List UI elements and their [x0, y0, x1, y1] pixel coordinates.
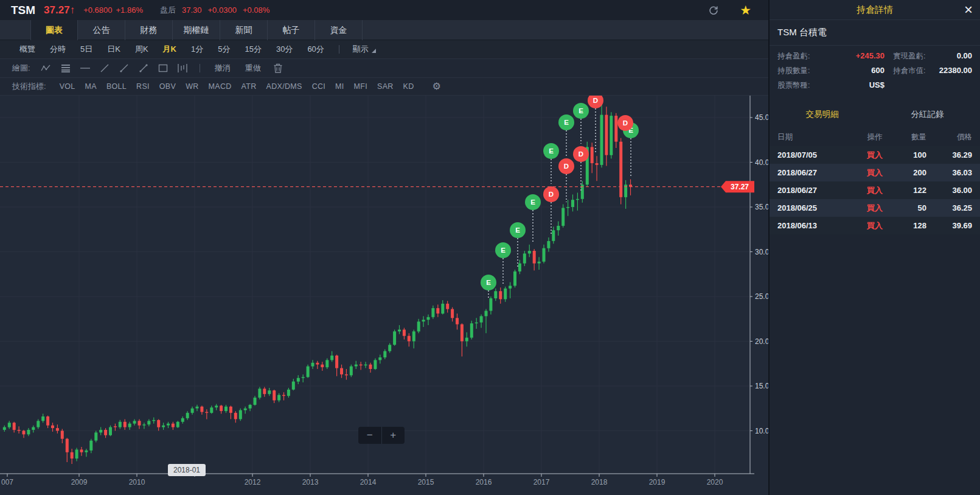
- trash-icon[interactable]: [268, 61, 288, 75]
- table-row[interactable]: 2018/06/13買入12839.69: [770, 217, 980, 234]
- after-hours-change: +0.0300: [208, 5, 237, 15]
- indicator-vol[interactable]: VOL: [60, 82, 75, 91]
- period-tab-60分[interactable]: 60分: [307, 44, 324, 55]
- period-tab-5分[interactable]: 5分: [218, 44, 230, 55]
- svg-text:35.00: 35.00: [755, 203, 768, 211]
- column-header: 操作: [857, 132, 893, 142]
- stat-value: +245.30: [856, 51, 884, 61]
- main-tab-公告[interactable]: 公告: [78, 20, 125, 40]
- svg-text:E: E: [515, 226, 520, 234]
- stat-label: 持股數量:: [777, 66, 810, 76]
- svg-text:2016: 2016: [476, 478, 492, 486]
- indicator-wr[interactable]: WR: [186, 82, 198, 91]
- trade-action: 買入: [857, 167, 893, 178]
- measure-tool-icon[interactable]: [173, 61, 192, 75]
- trade-action: 買入: [857, 203, 893, 214]
- display-options-button[interactable]: 顯示: [353, 44, 376, 55]
- period-tab-15分[interactable]: 15分: [245, 44, 261, 55]
- divider: [339, 45, 339, 54]
- panel-tab-交易明細[interactable]: 交易明細: [770, 105, 875, 124]
- ray-line-tool-icon[interactable]: [114, 61, 134, 75]
- display-label: 顯示: [353, 44, 369, 55]
- main-tab-財務[interactable]: 財務: [125, 20, 173, 40]
- segment-line-tool-icon[interactable]: [134, 61, 153, 75]
- panel-header: 持倉詳情 ×: [770, 0, 980, 20]
- period-tab-概覽[interactable]: 概覽: [19, 44, 35, 55]
- quote-actions: ★: [708, 0, 751, 20]
- indicator-obv[interactable]: OBV: [159, 82, 176, 91]
- fib-lines-tool-icon[interactable]: [56, 61, 75, 75]
- indicator-atr[interactable]: ATR: [242, 82, 257, 91]
- indicator-rsi[interactable]: RSI: [136, 82, 150, 91]
- main-tab-帖子[interactable]: 帖子: [268, 20, 315, 40]
- favorite-star-icon[interactable]: ★: [740, 4, 751, 16]
- main-tab-新聞[interactable]: 新聞: [220, 20, 268, 40]
- period-tab-周K[interactable]: 周K: [135, 44, 148, 55]
- svg-text:2012: 2012: [245, 478, 261, 486]
- horizontal-line-tool-icon[interactable]: [75, 61, 95, 75]
- period-tab-1分[interactable]: 1分: [191, 44, 203, 55]
- stock-price: 37.27↑: [44, 4, 75, 16]
- stat-value: 0.00: [957, 51, 972, 61]
- svg-text:D: D: [579, 150, 583, 158]
- close-icon[interactable]: ×: [964, 1, 973, 18]
- trend-line-tool-icon[interactable]: [95, 61, 114, 75]
- svg-text:2018: 2018: [591, 478, 608, 486]
- stat-value: 600: [871, 66, 884, 76]
- period-tab-分時[interactable]: 分時: [50, 44, 66, 55]
- period-tab-月K[interactable]: 月K: [163, 44, 176, 55]
- trading-app: TSM 37.27↑ +0.6800 +1.86% 盘后 37.30 +0.03…: [0, 0, 980, 495]
- indicator-sar[interactable]: SAR: [377, 82, 394, 91]
- indicator-adx-dms[interactable]: ADX/DMS: [266, 82, 302, 91]
- indicator-cci[interactable]: CCI: [312, 82, 325, 91]
- main-tab-圖表[interactable]: 圖表: [30, 20, 78, 40]
- main-tab-期權鏈[interactable]: 期權鏈: [173, 20, 220, 40]
- trade-action: 買入: [857, 150, 893, 161]
- zoom-out-button[interactable]: −: [358, 427, 382, 444]
- price-change-pct: +1.86%: [116, 5, 143, 15]
- svg-text:E: E: [564, 119, 569, 126]
- redo-button[interactable]: 重做: [245, 63, 261, 74]
- svg-text:2010: 2010: [129, 478, 145, 486]
- trade-table: 日期操作數量價格 2018/07/05買入10036.292018/06/27買…: [770, 128, 980, 234]
- panel-tab-分紅記錄[interactable]: 分紅記錄: [875, 105, 980, 124]
- trade-price: 36.25: [926, 203, 972, 212]
- period-tab-日K[interactable]: 日K: [107, 44, 120, 55]
- indicator-mi[interactable]: MI: [335, 82, 344, 91]
- svg-text:10.00: 10.00: [755, 427, 768, 435]
- undo-button[interactable]: 撤消: [215, 63, 231, 74]
- svg-text:2015: 2015: [418, 478, 434, 486]
- divider: [200, 64, 200, 72]
- svg-text:45.00: 45.00: [755, 113, 768, 122]
- table-row[interactable]: 2018/07/05買入10036.29: [770, 146, 980, 164]
- trade-date: 2018/06/27: [777, 168, 857, 177]
- zigzag-tool-icon[interactable]: [36, 61, 56, 75]
- stat-label: 持倉市值:: [893, 66, 925, 76]
- refresh-icon[interactable]: [708, 5, 719, 16]
- stat-value: 22380.00: [939, 66, 972, 76]
- drawing-toolbar: 繪圖:撤消重做: [0, 59, 768, 78]
- gear-icon[interactable]: ⚙: [433, 82, 441, 91]
- trade-price: 39.69: [926, 221, 972, 230]
- table-row[interactable]: 2018/06/25買入5036.25: [770, 199, 980, 217]
- trade-qty: 122: [893, 186, 926, 195]
- period-tab-5日[interactable]: 5日: [80, 44, 92, 55]
- table-body: 2018/07/05買入10036.292018/06/27買入20036.03…: [770, 146, 980, 234]
- trade-qty: 200: [893, 168, 926, 177]
- indicator-kd[interactable]: KD: [403, 82, 414, 91]
- indicator-boll[interactable]: BOLL: [106, 82, 127, 91]
- after-hours-price: 37.30: [182, 5, 202, 15]
- table-row[interactable]: 2018/06/27買入20036.03: [770, 164, 980, 181]
- stat-label: 持倉盈虧:: [777, 51, 810, 61]
- triangle-icon: [372, 49, 376, 53]
- svg-text:007: 007: [1, 478, 13, 486]
- zoom-in-button[interactable]: +: [382, 427, 405, 444]
- indicator-macd[interactable]: MACD: [209, 82, 232, 91]
- main-tab-資金[interactable]: 資金: [315, 20, 363, 40]
- indicator-mfi[interactable]: MFI: [354, 82, 367, 91]
- table-row[interactable]: 2018/06/27買入12236.00: [770, 181, 980, 199]
- rectangle-tool-icon[interactable]: [153, 61, 173, 75]
- indicator-ma[interactable]: MA: [85, 82, 97, 91]
- indicator-bar-label: 技術指標:: [12, 81, 46, 92]
- period-tab-30分[interactable]: 30分: [276, 44, 293, 55]
